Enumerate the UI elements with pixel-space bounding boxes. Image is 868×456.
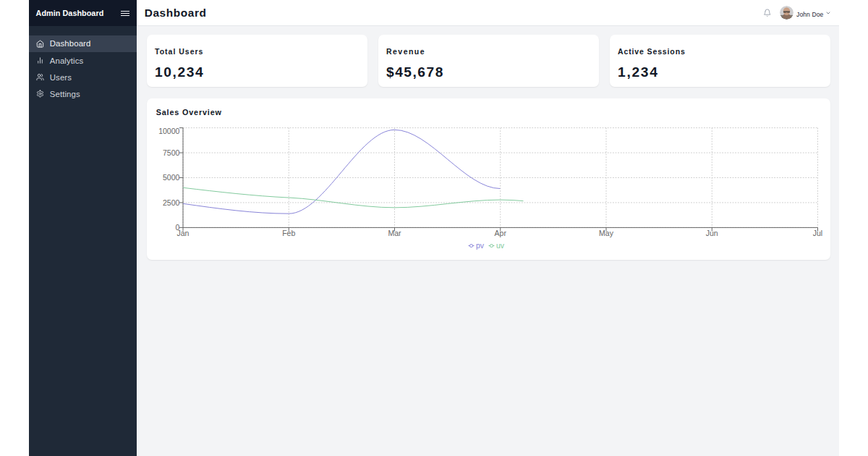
svg-text:Feb: Feb	[282, 229, 295, 237]
svg-text:May: May	[599, 229, 614, 237]
svg-text:5000: 5000	[163, 173, 180, 182]
svg-text:2500: 2500	[163, 198, 180, 206]
svg-text:Jul: Jul	[812, 229, 822, 237]
svg-text:Apr: Apr	[494, 229, 506, 237]
svg-text:10000: 10000	[158, 126, 179, 135]
svg-text:uv: uv	[496, 241, 505, 250]
svg-text:Mar: Mar	[388, 229, 401, 237]
svg-text:7500: 7500	[163, 148, 180, 156]
svg-text:Jun: Jun	[705, 229, 718, 237]
svg-text:pv: pv	[475, 241, 484, 250]
svg-text:Jan: Jan	[176, 229, 189, 237]
